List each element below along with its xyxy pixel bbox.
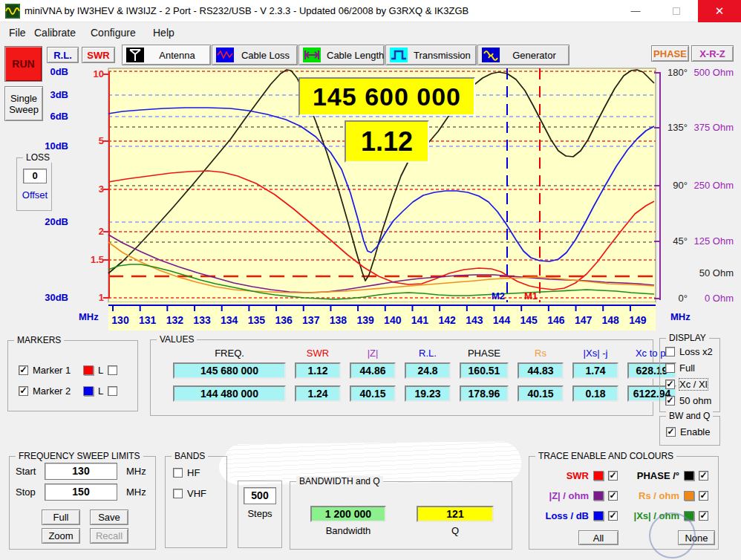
band-label: VHF xyxy=(187,488,206,499)
cable-loss-icon xyxy=(216,48,234,62)
trace-all-button[interactable]: All xyxy=(578,530,618,545)
loss-offset-input[interactable]: 0 xyxy=(23,169,47,183)
db-axis-label: 20dB xyxy=(39,216,68,227)
frequency-readout: 145 600 000 xyxy=(298,77,475,116)
tab-label: Transmission xyxy=(414,50,471,61)
tab-transmission[interactable]: Transmission xyxy=(385,45,477,65)
marker-2-checkbox[interactable]: ✓ xyxy=(19,386,28,396)
tab-antenna[interactable]: Antenna xyxy=(122,45,211,65)
menu-help[interactable]: Help xyxy=(150,25,177,40)
loss-panel: LOSS 0 Offset xyxy=(16,157,52,211)
trace-row: SWR✓ xyxy=(538,470,618,481)
recall-sweep-button[interactable]: Recall xyxy=(90,528,128,544)
display-xc-xl-checkbox[interactable]: ✓ xyxy=(665,380,675,389)
cursor-marker-label: M2 xyxy=(492,290,505,302)
value-cell-marker2: 178.96 xyxy=(460,385,509,402)
trace-label: PHASE /° xyxy=(626,470,679,481)
right-axis-label: 45°125 Ohm xyxy=(664,235,734,247)
band-hf-checkbox[interactable] xyxy=(173,468,183,478)
full-sweep-button[interactable]: Full xyxy=(42,509,80,525)
swr-axis-label: 5 xyxy=(82,135,104,146)
rl-mode-button[interactable]: R.L. xyxy=(47,47,79,63)
markers-panel: MARKERS ✓Marker 1L✓Marker 2L xyxy=(7,340,138,411)
swr-axis-label: 3 xyxy=(82,183,104,195)
trace-color-swatch[interactable] xyxy=(684,471,694,481)
marker-color-swatch[interactable] xyxy=(83,365,94,375)
swr-mode-button[interactable]: SWR xyxy=(82,47,115,63)
tab-label: Antenna xyxy=(150,50,204,61)
stop-unit: MHz xyxy=(126,486,146,498)
x-tick-label: 147 xyxy=(575,314,593,326)
xrz-scale-button[interactable]: X-R-Z xyxy=(691,45,734,62)
stop-freq-input[interactable]: 150 xyxy=(45,484,117,501)
single-sweep-button[interactable]: Single Sweep xyxy=(4,86,43,121)
trace-color-swatch[interactable] xyxy=(593,511,604,521)
steps-input[interactable]: 500 xyxy=(244,487,276,504)
db-axis-label: 10dB xyxy=(39,140,68,152)
band-vhf-checkbox[interactable] xyxy=(173,489,183,498)
marker-label: Marker 1 xyxy=(33,365,79,376)
q-label: Q xyxy=(417,525,494,536)
start-label: Start xyxy=(16,466,36,477)
display-option-row: Loss x2 xyxy=(665,346,713,357)
tab-cable-length[interactable]: Cable Length xyxy=(298,45,385,65)
swr-axis-label: 1.5 xyxy=(82,254,104,265)
menu-calibrate[interactable]: Calibrate xyxy=(31,25,79,40)
x-tick-label: 134 xyxy=(221,314,238,326)
trace-row: PHASE /°✓ xyxy=(626,470,708,481)
maximize-button[interactable] xyxy=(659,0,693,22)
trace-checkbox[interactable]: ✓ xyxy=(699,471,708,481)
offset-link[interactable]: Offset xyxy=(19,189,51,201)
swr-readout: 1.12 xyxy=(345,120,429,163)
tab-cable-loss[interactable]: Cable Loss xyxy=(212,45,298,65)
menu-configure[interactable]: Configure xyxy=(88,25,139,40)
save-sweep-button[interactable]: Save xyxy=(90,509,128,525)
value-cell-marker2: 40.15 xyxy=(350,385,396,402)
values-column: SWR1.121.24 xyxy=(295,348,341,408)
display-option-row: ✓Xc / Xl xyxy=(665,379,708,390)
generator-icon xyxy=(482,48,500,62)
run-button[interactable]: RUN xyxy=(4,46,42,82)
right-axis-tick xyxy=(654,127,661,128)
value-cell-marker2: 1.24 xyxy=(295,385,341,402)
zoom-sweep-button[interactable]: Zoom xyxy=(42,528,80,544)
value-cell-marker1: 1.74 xyxy=(572,362,618,379)
right-axis-label: 90°250 Ohm xyxy=(664,180,734,191)
trace-color-swatch[interactable] xyxy=(684,491,694,501)
marker-2-l-checkbox[interactable] xyxy=(108,386,117,396)
display-option-label: Xc / Xl xyxy=(679,379,708,390)
trace-checkbox[interactable]: ✓ xyxy=(608,471,618,481)
trace-row: |Z| / ohm✓ xyxy=(538,490,618,501)
close-button[interactable]: ✕ xyxy=(698,0,741,22)
display-50-ohm-checkbox[interactable]: ✓ xyxy=(665,396,675,406)
right-axis-label: 50 Ohm xyxy=(664,267,734,279)
value-cell-marker2: 19.23 xyxy=(405,385,451,402)
swr-axis-label: 2 xyxy=(82,226,104,237)
display-loss-x2-checkbox[interactable] xyxy=(665,347,675,356)
display-full-checkbox[interactable] xyxy=(665,363,675,373)
bandwidth-label: Bandwidth xyxy=(310,525,386,536)
x-tick-label: 145 xyxy=(520,314,538,326)
phase-scale-button[interactable]: PHASE xyxy=(651,45,689,62)
marker-1-l-checkbox[interactable] xyxy=(108,365,117,375)
tab-label: Cable Loss xyxy=(240,50,291,61)
trace-color-swatch[interactable] xyxy=(593,491,604,501)
x-tick-label: 149 xyxy=(629,314,647,326)
trace-checkbox[interactable]: ✓ xyxy=(608,511,618,521)
trace-checkbox[interactable]: ✓ xyxy=(608,491,618,501)
marker-1-checkbox[interactable]: ✓ xyxy=(19,365,28,375)
trace-checkbox[interactable]: ✓ xyxy=(699,491,708,501)
values-column-header: SWR xyxy=(295,348,341,359)
marker-color-swatch[interactable] xyxy=(83,386,94,396)
antenna-icon xyxy=(126,48,144,62)
menu-file[interactable]: File xyxy=(6,25,29,40)
minimize-button[interactable]: — xyxy=(618,0,653,22)
bwq-enable-checkbox[interactable]: ✓ xyxy=(666,427,676,437)
band-label: HF xyxy=(187,467,200,478)
trace-color-swatch[interactable] xyxy=(593,471,604,481)
start-freq-input[interactable]: 130 xyxy=(45,463,117,480)
values-column: FREQ.145 680 000144 480 000 xyxy=(173,348,286,408)
trace-checkbox[interactable]: ✓ xyxy=(699,511,708,521)
tab-generator[interactable]: Generator xyxy=(477,45,569,65)
x-tick-label: 140 xyxy=(384,314,402,326)
